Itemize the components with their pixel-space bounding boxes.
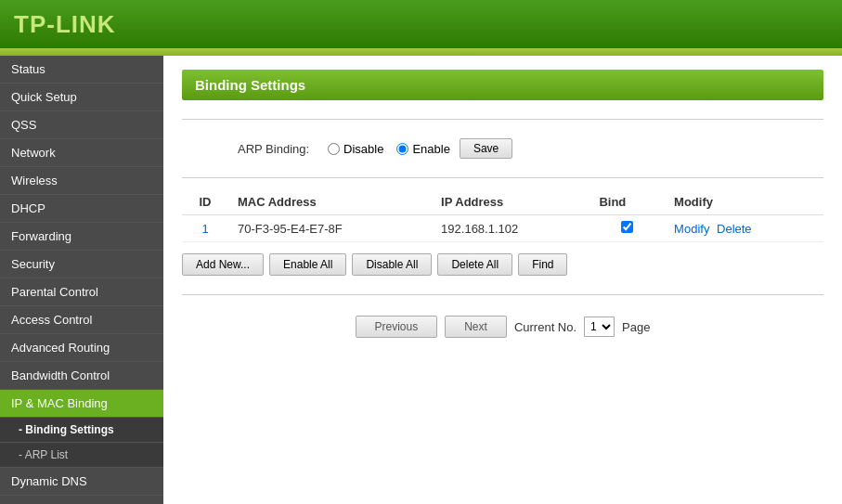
disable-radio[interactable]: [328, 143, 340, 155]
sidebar-item-security[interactable]: Security: [0, 251, 163, 278]
current-no-label: Current No.: [514, 320, 576, 334]
modify-link[interactable]: Modify: [674, 222, 709, 236]
binding-table: ID MAC Address IP Address Bind Modify 1 …: [182, 189, 823, 242]
col-header-modify: Modify: [665, 189, 823, 215]
delete-all-button[interactable]: Delete All: [437, 253, 512, 276]
subheader-bar: [0, 48, 842, 56]
col-header-id: ID: [182, 189, 228, 215]
delete-link[interactable]: Delete: [717, 222, 752, 236]
sidebar-sub-arp-list[interactable]: - ARP List: [0, 443, 163, 468]
page-label: Page: [622, 320, 650, 334]
disable-label: Disable: [343, 142, 383, 156]
save-button[interactable]: Save: [460, 138, 512, 159]
content-area: Binding Settings ARP Binding: Disable En…: [163, 56, 842, 504]
pagination-row: Previous Next Current No. 1 Page: [182, 306, 823, 347]
find-button[interactable]: Find: [518, 253, 567, 276]
table-row: 1 70-F3-95-E4-E7-8F 192.168.1.102 Modify…: [182, 215, 823, 242]
divider-top: [182, 119, 823, 120]
row-ip: 192.168.1.102: [432, 215, 589, 242]
sidebar-sub-binding-settings[interactable]: - Binding Settings: [0, 418, 163, 443]
enable-all-button[interactable]: Enable All: [269, 253, 346, 276]
row-id: 1: [182, 215, 228, 242]
sidebar-item-system-tools[interactable]: System Tools: [0, 496, 163, 504]
sidebar-item-qss[interactable]: QSS: [0, 111, 163, 139]
sidebar-item-forwarding[interactable]: Forwarding: [0, 223, 163, 251]
col-header-bind: Bind: [589, 189, 665, 215]
next-button[interactable]: Next: [445, 316, 507, 338]
sidebar-item-dynamic-dns[interactable]: Dynamic DNS: [0, 468, 163, 496]
row-modify-cell: Modify Delete: [665, 215, 823, 242]
sidebar-item-wireless[interactable]: Wireless: [0, 167, 163, 195]
sidebar: Status Quick Setup QSS Network Wireless …: [0, 56, 163, 504]
col-header-mac: MAC Address: [228, 189, 432, 215]
disable-all-button[interactable]: Disable All: [352, 253, 432, 276]
arp-binding-radio-group: Disable Enable: [328, 142, 450, 156]
sidebar-item-ip-mac-binding[interactable]: IP & MAC Binding: [0, 390, 163, 418]
link-separator: [711, 222, 715, 236]
table-header-row: ID MAC Address IP Address Bind Modify: [182, 189, 823, 215]
bind-checkbox[interactable]: [621, 221, 633, 233]
row-bind-cell: [589, 215, 665, 242]
logo: TP-LINK: [14, 10, 116, 39]
arp-binding-label: ARP Binding:: [238, 142, 309, 156]
add-new-button[interactable]: Add New...: [182, 253, 264, 276]
sidebar-item-bandwidth-control[interactable]: Bandwidth Control: [0, 362, 163, 390]
disable-radio-option[interactable]: Disable: [328, 142, 383, 156]
action-buttons: Add New... Enable All Disable All Delete…: [182, 253, 823, 276]
page-number-select[interactable]: 1: [584, 317, 615, 337]
enable-radio[interactable]: [396, 143, 408, 155]
sidebar-item-status[interactable]: Status: [0, 56, 163, 84]
col-header-ip: IP Address: [432, 189, 589, 215]
row-mac: 70-F3-95-E4-E7-8F: [228, 215, 432, 242]
header: TP-LINK: [0, 0, 842, 48]
sidebar-item-dhcp[interactable]: DHCP: [0, 195, 163, 223]
enable-label: Enable: [412, 142, 449, 156]
divider-bottom: [182, 294, 823, 295]
sidebar-item-network[interactable]: Network: [0, 139, 163, 167]
main-layout: Status Quick Setup QSS Network Wireless …: [0, 56, 842, 504]
sidebar-item-parental-control[interactable]: Parental Control: [0, 278, 163, 306]
page-title: Binding Settings: [182, 70, 823, 100]
sidebar-item-advanced-routing[interactable]: Advanced Routing: [0, 334, 163, 362]
sidebar-item-quick-setup[interactable]: Quick Setup: [0, 84, 163, 111]
previous-button[interactable]: Previous: [356, 316, 438, 338]
divider-mid: [182, 177, 823, 178]
arp-binding-row: ARP Binding: Disable Enable Save: [182, 131, 823, 166]
enable-radio-option[interactable]: Enable: [396, 142, 449, 156]
sidebar-item-access-control[interactable]: Access Control: [0, 306, 163, 334]
logo-text: TP-LINK: [14, 10, 116, 38]
